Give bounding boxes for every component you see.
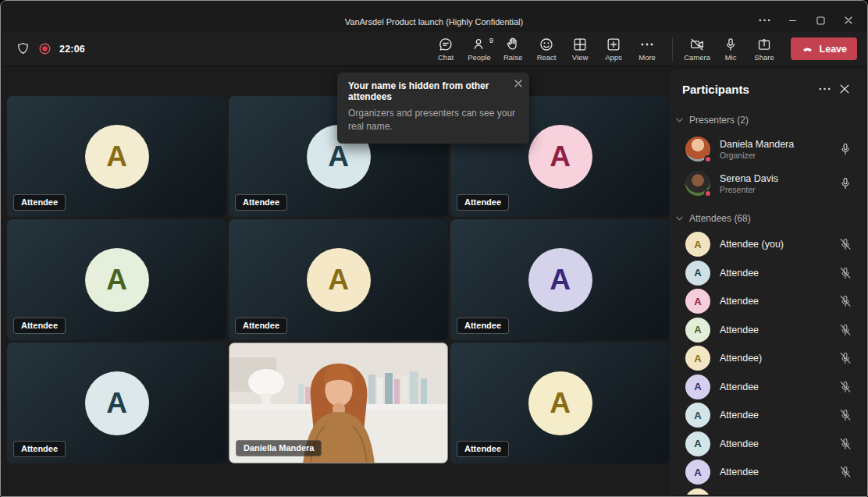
toast-title: Your name is hidden from other attendees <box>348 80 520 102</box>
title-bar: VanArsdel Product launch (Highly Confide… <box>1 1 867 32</box>
avatar: A <box>685 460 710 485</box>
view-icon <box>572 36 588 52</box>
meeting-toolbar: 22:06 Chat 9 People Raise React <box>2 32 868 66</box>
participant-name: Attendee <box>720 410 838 421</box>
mic-off-icon[interactable] <box>838 380 853 394</box>
participants-close-icon[interactable] <box>834 80 855 98</box>
video-tile[interactable]: A Attendee <box>7 343 226 463</box>
video-tile[interactable]: A Attendee <box>7 219 226 340</box>
window-more-icon[interactable] <box>750 12 778 29</box>
tile-name-label: Attendee <box>457 194 509 211</box>
avatar: A <box>685 346 710 371</box>
share-button[interactable]: Share <box>748 34 781 63</box>
participant-row[interactable]: A Attendee <box>670 430 866 459</box>
tile-name-label: Attendee <box>457 318 509 334</box>
people-button[interactable]: 9 People <box>463 34 496 63</box>
chat-icon <box>438 36 454 52</box>
mic-off-icon[interactable] <box>838 266 853 280</box>
meeting-timer: 22:06 <box>59 44 85 55</box>
participant-name: Attendee <box>720 467 838 477</box>
mic-button[interactable]: Mic <box>714 34 748 63</box>
chevron-down-icon <box>676 118 683 122</box>
mic-off-icon[interactable] <box>838 408 853 422</box>
mic-icon[interactable] <box>838 176 853 190</box>
attendees-section-header[interactable]: Attendees (68) <box>670 205 866 230</box>
chat-button[interactable]: Chat <box>429 34 463 63</box>
participant-row[interactable]: A Attendee <box>670 287 866 316</box>
more-button[interactable]: More <box>631 34 664 63</box>
participant-row[interactable]: Serena Davis Presenter <box>670 166 866 201</box>
video-tile[interactable]: A Attendee <box>450 343 670 463</box>
tile-name-label: Attendee <box>13 194 66 211</box>
avatar: A <box>528 371 592 435</box>
participant-name: Attendee <box>720 268 838 279</box>
tile-name-label: Attendee <box>235 318 287 334</box>
participant-row[interactable]: Daniela Mandera Organizer <box>670 132 866 166</box>
toast-close-icon[interactable] <box>514 80 522 87</box>
avatar: A <box>685 318 710 343</box>
participant-row[interactable]: A Attendee (you) <box>670 230 866 259</box>
avatar: A <box>85 248 149 312</box>
video-grid: A Attendee A Attendee A Attendee A Atten… <box>7 96 670 463</box>
mic-off-icon[interactable] <box>838 323 853 337</box>
participant-role: Presenter <box>720 185 838 194</box>
participant-row[interactable]: A Attendee <box>670 487 866 495</box>
video-tile[interactable]: A Attendee <box>7 96 226 217</box>
apps-button[interactable]: Apps <box>597 34 631 63</box>
tile-name-label: Attendee <box>13 441 66 457</box>
react-button[interactable]: React <box>530 34 564 63</box>
maximize-button[interactable] <box>806 12 834 29</box>
video-tile[interactable]: A Attendee <box>229 219 448 340</box>
mic-off-icon[interactable] <box>838 437 853 451</box>
avatar: A <box>528 125 592 189</box>
raise-hand-button[interactable]: Raise <box>496 34 530 63</box>
teams-meeting-window: VanArsdel Product launch (Highly Confide… <box>0 0 868 497</box>
participant-row[interactable]: A Attendee <box>670 373 866 402</box>
camera-button[interactable]: Camera <box>681 34 714 63</box>
participant-row[interactable]: A Attendee) <box>670 344 866 373</box>
tile-name-label: Daniella Mandera <box>236 440 322 456</box>
presence-dot <box>704 155 712 163</box>
people-count-badge: 9 <box>489 36 493 44</box>
avatar <box>685 171 710 196</box>
share-icon <box>756 36 772 52</box>
participant-name: Serena Davis <box>720 173 838 184</box>
shield-icon <box>16 41 30 56</box>
avatar: A <box>85 125 149 189</box>
participants-title: Participants <box>682 83 814 96</box>
presenters-section-header[interactable]: Presenters (2) <box>670 107 866 132</box>
minimize-button[interactable] <box>778 12 806 29</box>
close-button[interactable] <box>834 12 863 29</box>
participant-name: Attendee <box>720 325 838 335</box>
leave-label: Leave <box>820 44 847 55</box>
mic-icon[interactable] <box>838 142 853 156</box>
mic-icon <box>723 36 738 52</box>
view-button[interactable]: View <box>564 34 597 63</box>
mic-off-icon[interactable] <box>838 465 853 479</box>
mic-off-icon[interactable] <box>838 351 853 365</box>
participant-name: Attendee <box>720 382 838 392</box>
participant-row[interactable]: A Attendee <box>670 401 866 430</box>
participant-name: Daniela Mandera <box>720 139 838 150</box>
leave-button[interactable]: Leave <box>791 37 857 60</box>
toolbar-divider <box>672 37 673 61</box>
toast-body: Organizers and presenters can see your r… <box>348 107 520 134</box>
mic-off-icon[interactable] <box>838 494 853 495</box>
participants-more-icon[interactable] <box>814 80 834 98</box>
participant-row[interactable]: A Attendee <box>670 316 866 345</box>
window-title: VanArsdel Product launch (Highly Confide… <box>1 17 867 27</box>
tile-name-label: Attendee <box>457 441 509 457</box>
toolbar-buttons: Chat 9 People Raise React View <box>429 34 868 63</box>
participant-name: Attendee <box>720 438 838 449</box>
video-tile[interactable]: A Attendee <box>450 219 670 340</box>
meeting-info: 22:06 <box>2 41 85 56</box>
mic-off-icon[interactable] <box>838 294 853 308</box>
video-tile-live[interactable]: Daniella Mandera <box>229 343 448 463</box>
window-controls <box>750 12 863 29</box>
chevron-down-icon <box>676 216 683 221</box>
mic-off-icon[interactable] <box>838 237 853 251</box>
participant-row[interactable]: A Attendee <box>670 259 866 288</box>
apps-icon <box>606 36 621 52</box>
participant-row[interactable]: A Attendee <box>670 458 866 487</box>
presenters-section-label: Presenters (2) <box>689 115 749 126</box>
